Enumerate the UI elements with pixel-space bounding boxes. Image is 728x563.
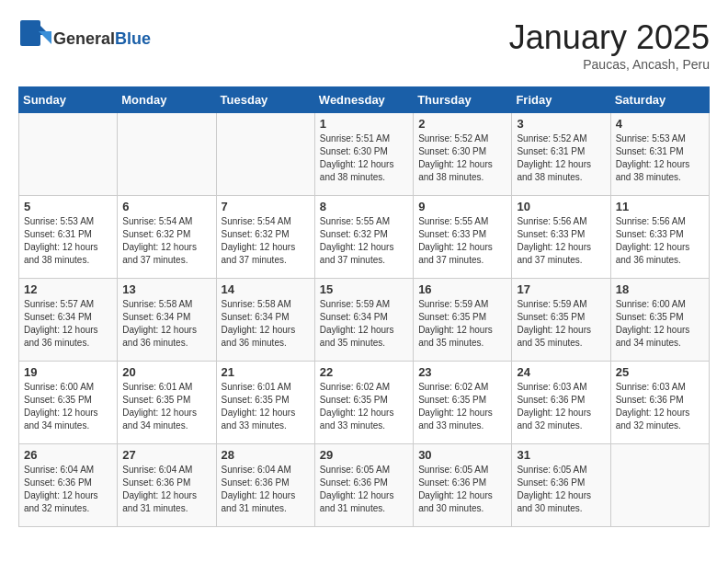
day-info: Sunrise: 5:57 AM Sunset: 6:34 PM Dayligh… [24,298,112,350]
day-number: 1 [320,117,408,131]
logo-general: General [53,29,115,49]
header-cell-tuesday: Tuesday [216,87,314,113]
header-cell-friday: Friday [512,87,610,113]
day-cell: 4Sunrise: 5:53 AM Sunset: 6:31 PM Daylig… [610,113,709,196]
day-info: Sunrise: 5:54 AM Sunset: 6:32 PM Dayligh… [222,215,310,267]
header: General Blue January 2025 Paucas, Ancash… [18,18,710,72]
day-info: Sunrise: 5:53 AM Sunset: 6:31 PM Dayligh… [24,215,112,267]
day-cell: 1Sunrise: 5:51 AM Sunset: 6:30 PM Daylig… [314,113,413,196]
day-cell: 29Sunrise: 6:05 AM Sunset: 6:36 PM Dayli… [314,444,413,527]
day-number: 14 [222,282,310,296]
header-cell-monday: Monday [118,87,216,113]
day-cell: 14Sunrise: 5:58 AM Sunset: 6:34 PM Dayli… [216,279,314,362]
day-number: 4 [616,117,704,131]
day-info: Sunrise: 6:02 AM Sunset: 6:35 PM Dayligh… [418,381,506,432]
day-number: 22 [320,365,408,379]
day-number: 24 [517,365,605,379]
day-cell: 30Sunrise: 6:05 AM Sunset: 6:36 PM Dayli… [414,444,512,527]
day-number: 11 [616,200,704,213]
day-number: 20 [122,365,210,379]
day-info: Sunrise: 6:05 AM Sunset: 6:36 PM Dayligh… [418,464,506,515]
week-row-5: 26Sunrise: 6:04 AM Sunset: 6:36 PM Dayli… [19,444,710,527]
logo-graphic [18,18,51,59]
day-info: Sunrise: 5:53 AM Sunset: 6:31 PM Dayligh… [616,132,704,184]
day-cell: 3Sunrise: 5:52 AM Sunset: 6:31 PM Daylig… [512,113,610,196]
day-cell: 6Sunrise: 5:54 AM Sunset: 6:32 PM Daylig… [118,196,216,279]
day-info: Sunrise: 6:03 AM Sunset: 6:36 PM Dayligh… [616,381,704,432]
day-info: Sunrise: 6:05 AM Sunset: 6:36 PM Dayligh… [320,464,408,515]
day-info: Sunrise: 5:52 AM Sunset: 6:31 PM Dayligh… [517,132,605,184]
day-cell: 10Sunrise: 5:56 AM Sunset: 6:33 PM Dayli… [512,196,610,279]
svg-marker-2 [39,31,51,44]
day-info: Sunrise: 5:59 AM Sunset: 6:35 PM Dayligh… [517,298,605,350]
day-info: Sunrise: 6:05 AM Sunset: 6:36 PM Dayligh… [517,464,605,515]
day-cell: 13Sunrise: 5:58 AM Sunset: 6:34 PM Dayli… [118,279,216,362]
day-info: Sunrise: 5:51 AM Sunset: 6:30 PM Dayligh… [320,132,408,184]
day-number: 19 [24,365,112,379]
day-info: Sunrise: 6:01 AM Sunset: 6:35 PM Dayligh… [222,381,310,432]
day-cell: 18Sunrise: 6:00 AM Sunset: 6:35 PM Dayli… [610,279,709,362]
day-cell: 28Sunrise: 6:04 AM Sunset: 6:36 PM Dayli… [216,444,314,527]
day-info: Sunrise: 6:00 AM Sunset: 6:35 PM Dayligh… [24,381,112,432]
day-info: Sunrise: 6:04 AM Sunset: 6:36 PM Dayligh… [24,464,112,515]
day-cell: 22Sunrise: 6:02 AM Sunset: 6:35 PM Dayli… [314,362,413,444]
day-cell: 8Sunrise: 5:55 AM Sunset: 6:32 PM Daylig… [314,196,413,279]
day-number: 23 [418,365,506,379]
day-number: 5 [24,200,112,213]
day-info: Sunrise: 6:03 AM Sunset: 6:36 PM Dayligh… [517,381,605,432]
day-number: 30 [418,448,506,462]
day-cell [610,444,709,527]
day-cell: 21Sunrise: 6:01 AM Sunset: 6:35 PM Dayli… [216,362,314,444]
day-number: 12 [24,282,112,296]
day-number: 16 [418,282,506,296]
day-cell: 26Sunrise: 6:04 AM Sunset: 6:36 PM Dayli… [19,444,118,527]
day-cell: 9Sunrise: 5:55 AM Sunset: 6:33 PM Daylig… [414,196,512,279]
week-row-4: 19Sunrise: 6:00 AM Sunset: 6:35 PM Dayli… [19,362,710,444]
day-cell [19,113,118,196]
day-cell: 19Sunrise: 6:00 AM Sunset: 6:35 PM Dayli… [19,362,118,444]
calendar-table: SundayMondayTuesdayWednesdayThursdayFrid… [18,86,710,527]
day-number: 17 [517,282,605,296]
calendar-subtitle: Paucas, Ancash, Peru [509,57,710,72]
day-info: Sunrise: 5:52 AM Sunset: 6:30 PM Dayligh… [418,132,506,184]
day-cell: 27Sunrise: 6:04 AM Sunset: 6:36 PM Dayli… [118,444,216,527]
day-info: Sunrise: 5:56 AM Sunset: 6:33 PM Dayligh… [616,215,704,267]
day-cell: 7Sunrise: 5:54 AM Sunset: 6:32 PM Daylig… [216,196,314,279]
day-cell: 25Sunrise: 6:03 AM Sunset: 6:36 PM Dayli… [610,362,709,444]
day-cell: 20Sunrise: 6:01 AM Sunset: 6:35 PM Dayli… [118,362,216,444]
header-cell-sunday: Sunday [19,87,118,113]
day-info: Sunrise: 5:55 AM Sunset: 6:33 PM Dayligh… [418,215,506,267]
day-info: Sunrise: 5:55 AM Sunset: 6:32 PM Dayligh… [320,215,408,267]
day-cell: 31Sunrise: 6:05 AM Sunset: 6:36 PM Dayli… [512,444,610,527]
day-number: 27 [122,448,210,462]
day-info: Sunrise: 5:59 AM Sunset: 6:35 PM Dayligh… [418,298,506,350]
day-info: Sunrise: 5:56 AM Sunset: 6:33 PM Dayligh… [517,215,605,267]
day-info: Sunrise: 5:58 AM Sunset: 6:34 PM Dayligh… [122,298,210,350]
header-cell-thursday: Thursday [414,87,512,113]
day-number: 2 [418,117,506,131]
day-number: 21 [222,365,310,379]
day-number: 10 [517,200,605,213]
day-cell: 5Sunrise: 5:53 AM Sunset: 6:31 PM Daylig… [19,196,118,279]
day-cell: 15Sunrise: 5:59 AM Sunset: 6:34 PM Dayli… [314,279,413,362]
header-cell-wednesday: Wednesday [314,87,413,113]
day-number: 9 [418,200,506,213]
day-number: 13 [122,282,210,296]
day-info: Sunrise: 6:04 AM Sunset: 6:36 PM Dayligh… [122,464,210,515]
day-info: Sunrise: 6:00 AM Sunset: 6:35 PM Dayligh… [616,298,704,350]
day-cell: 24Sunrise: 6:03 AM Sunset: 6:36 PM Dayli… [512,362,610,444]
day-number: 15 [320,282,408,296]
day-number: 8 [320,200,408,213]
day-cell: 2Sunrise: 5:52 AM Sunset: 6:30 PM Daylig… [414,113,512,196]
day-number: 26 [24,448,112,462]
day-number: 3 [517,117,605,131]
day-cell: 11Sunrise: 5:56 AM Sunset: 6:33 PM Dayli… [610,196,709,279]
day-info: Sunrise: 6:02 AM Sunset: 6:35 PM Dayligh… [320,381,408,432]
header-cell-saturday: Saturday [610,87,709,113]
week-row-3: 12Sunrise: 5:57 AM Sunset: 6:34 PM Dayli… [19,279,710,362]
day-number: 6 [122,200,210,213]
day-number: 7 [222,200,310,213]
day-number: 25 [616,365,704,379]
day-info: Sunrise: 5:59 AM Sunset: 6:34 PM Dayligh… [320,298,408,350]
day-number: 28 [222,448,310,462]
